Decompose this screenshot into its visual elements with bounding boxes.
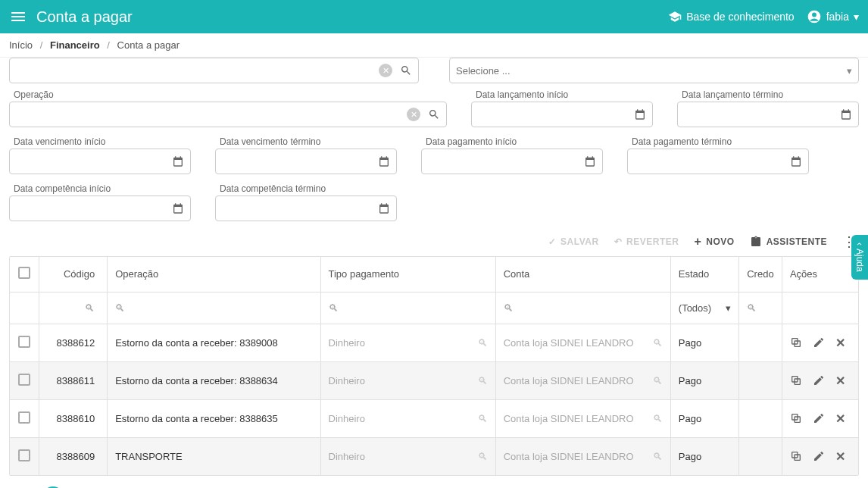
cell-estado: Pago: [670, 437, 738, 475]
select-input[interactable]: [456, 65, 847, 77]
col-tipo[interactable]: Tipo pagamento: [320, 257, 495, 292]
row-checkbox[interactable]: [18, 336, 30, 348]
edit-icon[interactable]: [813, 412, 825, 424]
select-all-checkbox[interactable]: [18, 267, 30, 279]
cell-codigo: 8388609: [39, 437, 107, 475]
graduation-cap-icon: [668, 10, 682, 23]
data-lanc-termino-label: Data lançamento término: [677, 89, 859, 100]
data-comp-inicio-label: Data competência início: [9, 183, 191, 194]
cell-credor: [739, 324, 782, 361]
search-icon[interactable]: 🔍︎: [504, 302, 514, 314]
breadcrumb-finance[interactable]: Financeiro: [50, 39, 100, 51]
data-venc-termino-field[interactable]: [215, 149, 397, 174]
edit-icon[interactable]: [813, 374, 825, 386]
table-row[interactable]: 8388610 Estorno da conta a receber: 8388…: [10, 399, 858, 437]
edit-icon[interactable]: [813, 336, 825, 349]
cell-conta[interactable]: Conta loja SIDNEI LEANDRO🔍︎: [504, 375, 663, 386]
col-conta[interactable]: Conta: [495, 257, 670, 292]
lookup-field-1[interactable]: ✕: [9, 58, 419, 83]
search-icon: 🔍︎: [478, 375, 488, 386]
data-comp-inicio-field[interactable]: [9, 196, 191, 221]
hamburger-icon[interactable]: [9, 8, 27, 26]
cell-estado: Pago: [670, 361, 738, 399]
cell-conta[interactable]: Conta loja SIDNEI LEANDRO🔍︎: [504, 337, 663, 349]
breadcrumb: Início / Financeiro / Conta a pagar: [0, 33, 868, 58]
data-pag-termino-field[interactable]: [627, 149, 809, 174]
search-icon[interactable]: 🔍︎: [85, 302, 95, 314]
data-lanc-inicio-input[interactable]: [478, 109, 631, 120]
row-checkbox[interactable]: [18, 374, 30, 386]
copy-icon[interactable]: [790, 412, 802, 424]
cell-tipo[interactable]: Dinheiro🔍︎: [329, 337, 488, 349]
operacao-field[interactable]: ✕: [9, 102, 447, 127]
delete-icon[interactable]: ✕: [835, 449, 845, 464]
delete-icon[interactable]: ✕: [835, 336, 845, 350]
col-codigo[interactable]: Código: [39, 257, 107, 292]
row-checkbox[interactable]: [18, 411, 30, 424]
data-venc-termino-label: Data vencimento término: [215, 136, 397, 147]
calendar-icon[interactable]: [378, 202, 390, 214]
search-icon[interactable]: [428, 108, 440, 120]
copy-icon[interactable]: [790, 374, 802, 386]
undo-icon: ↶: [614, 236, 623, 247]
select-field[interactable]: ▾: [449, 58, 859, 83]
help-tab[interactable]: ‹ Ajuda: [851, 235, 868, 280]
search-icon: 🔍︎: [653, 375, 663, 386]
calendar-icon[interactable]: [584, 155, 596, 167]
data-pag-inicio-field[interactable]: [421, 149, 603, 174]
table-row[interactable]: 8388609 TRANSPORTE Dinheiro🔍︎ Conta loja…: [10, 437, 858, 475]
plus-icon: +: [694, 235, 701, 249]
data-lanc-termino-field[interactable]: [677, 102, 859, 127]
row-checkbox[interactable]: [18, 449, 30, 461]
cell-tipo[interactable]: Dinheiro🔍︎: [329, 375, 488, 386]
svg-point-1: [812, 13, 816, 17]
calendar-icon[interactable]: [378, 155, 390, 167]
cell-codigo: 8388612: [39, 324, 107, 361]
operacao-input[interactable]: [16, 109, 407, 120]
delete-icon[interactable]: ✕: [835, 374, 845, 388]
new-button[interactable]: + NOVO: [694, 235, 734, 249]
cell-tipo[interactable]: Dinheiro🔍︎: [329, 451, 488, 462]
cell-tipo[interactable]: Dinheiro🔍︎: [329, 413, 488, 424]
table-row[interactable]: 8388611 Estorno da conta a receber: 8388…: [10, 361, 858, 399]
search-icon[interactable]: 🔍︎: [115, 302, 125, 314]
assistant-button[interactable]: ASSISTENTE: [750, 236, 827, 248]
page-title: Conta a pagar: [36, 8, 668, 26]
cell-operacao: TRANSPORTE: [108, 437, 320, 475]
search-icon[interactable]: 🔍︎: [329, 302, 339, 314]
lookup-input-1[interactable]: [16, 65, 379, 77]
estado-filter[interactable]: (Todos)▾: [679, 302, 731, 314]
cell-operacao: Estorno da conta a receber: 8388634: [108, 361, 320, 399]
data-comp-termino-field[interactable]: [215, 196, 397, 221]
cell-conta[interactable]: Conta loja SIDNEI LEANDRO🔍︎: [504, 413, 663, 424]
search-icon: 🔍︎: [653, 337, 663, 349]
calendar-icon[interactable]: [634, 108, 646, 120]
col-operacao[interactable]: Operação: [108, 257, 320, 292]
search-icon[interactable]: 🔍︎: [747, 302, 757, 314]
data-venc-inicio-label: Data vencimento início: [9, 136, 191, 147]
delete-icon[interactable]: ✕: [835, 411, 845, 426]
table-row[interactable]: 8388612 Estorno da conta a receber: 8389…: [10, 324, 858, 361]
calendar-icon[interactable]: [172, 202, 184, 214]
search-icon[interactable]: [400, 64, 412, 77]
calendar-icon[interactable]: [790, 155, 802, 167]
app-header: Conta a pagar Base de conhecimento fabia…: [0, 0, 868, 33]
knowledge-base-link[interactable]: Base de conhecimento: [668, 10, 794, 23]
data-comp-termino-label: Data competência término: [215, 183, 397, 194]
copy-icon[interactable]: [790, 336, 802, 349]
col-credor[interactable]: Credo: [739, 257, 782, 292]
calendar-icon[interactable]: [172, 155, 184, 167]
user-menu[interactable]: fabia ▾: [807, 9, 859, 24]
data-venc-inicio-field[interactable]: [9, 149, 191, 174]
data-lanc-termino-input[interactable]: [684, 109, 837, 120]
calendar-icon[interactable]: [840, 108, 852, 120]
col-estado[interactable]: Estado: [670, 257, 738, 292]
edit-icon[interactable]: [813, 450, 825, 462]
cell-conta[interactable]: Conta loja SIDNEI LEANDRO🔍︎: [504, 451, 663, 462]
clear-icon[interactable]: ✕: [407, 108, 420, 121]
cell-credor: [739, 361, 782, 399]
clear-icon[interactable]: ✕: [379, 64, 392, 77]
copy-icon[interactable]: [790, 450, 802, 462]
breadcrumb-home[interactable]: Início: [9, 39, 33, 51]
data-lanc-inicio-field[interactable]: [471, 102, 653, 127]
